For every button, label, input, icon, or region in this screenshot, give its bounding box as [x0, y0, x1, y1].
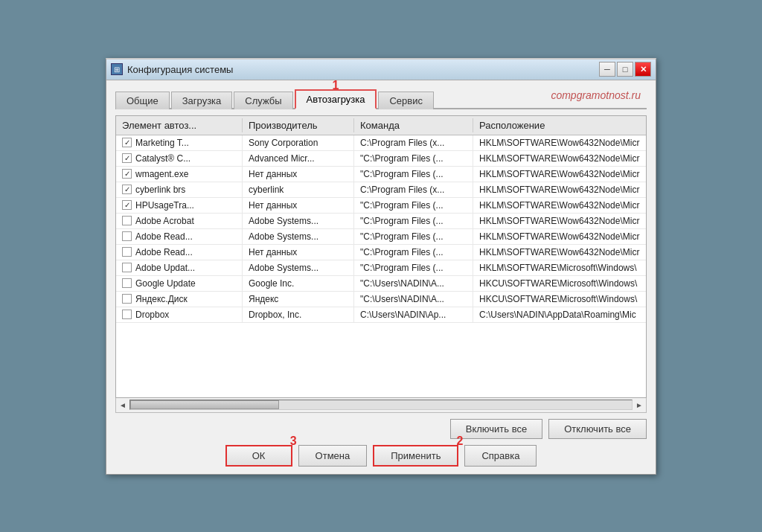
- tab-general[interactable]: Общие: [115, 92, 170, 109]
- col-header-command: Команда: [354, 118, 473, 132]
- title-bar: ⊞ Конфигурация системы ─ □ ✕: [106, 60, 656, 80]
- cell-name-7: Adobe Read...: [116, 245, 243, 260]
- startup-checkbox-11[interactable]: [122, 310, 132, 319]
- startup-checkbox-5[interactable]: [122, 216, 132, 225]
- scroll-right-arrow[interactable]: ►: [635, 401, 643, 409]
- cell-location-4: HKLM\SOFTWARE\Wow6432Node\Micr: [473, 198, 646, 213]
- h-scroll-track[interactable]: [129, 400, 633, 410]
- list-item[interactable]: Adobe Read... Adobe Systems... "C:\Progr…: [116, 229, 646, 245]
- cell-location-3: HKLM\SOFTWARE\Wow6432Node\Micr: [473, 182, 646, 197]
- cell-location-2: HKLM\SOFTWARE\Wow6432Node\Micr: [473, 167, 646, 182]
- enable-all-button[interactable]: Включить все: [450, 419, 542, 439]
- cell-location-7: HKLM\SOFTWARE\Wow6432Node\Micr: [473, 245, 646, 260]
- cell-manufacturer-0: Sony Corporation: [243, 135, 354, 150]
- horizontal-scrollbar[interactable]: ◄ ►: [115, 398, 647, 413]
- h-scroll-thumb[interactable]: [130, 400, 279, 409]
- cell-name-2: ✓ wmagent.exe: [116, 167, 243, 182]
- list-item[interactable]: Adobe Updat... Adobe Systems... "C:\Prog…: [116, 260, 646, 276]
- cell-name-6: Adobe Read...: [116, 229, 243, 244]
- cell-name-4: ✓ HPUsageTra...: [116, 198, 243, 213]
- cell-location-6: HKLM\SOFTWARE\Wow6432Node\Micr: [473, 229, 646, 244]
- tab-tools[interactable]: Сервис: [378, 92, 434, 109]
- scroll-left-arrow[interactable]: ◄: [119, 401, 127, 409]
- cell-name-3: ✓ cyberlink brs: [116, 182, 243, 197]
- startup-checkbox-3[interactable]: ✓: [122, 185, 132, 194]
- apply-button[interactable]: Применить 2: [373, 445, 458, 467]
- cell-manufacturer-1: Advanced Micr...: [243, 151, 354, 166]
- list-header: Элемент автоз... Производитель Команда Р…: [116, 116, 646, 135]
- title-bar-left: ⊞ Конфигурация системы: [111, 63, 233, 75]
- minimize-button[interactable]: ─: [599, 62, 615, 77]
- list-item[interactable]: ✓ Marketing T... Sony Corporation C:\Pro…: [116, 135, 646, 151]
- cell-command-5: "C:\Program Files (...: [354, 214, 473, 228]
- cell-location-10: HKCU\SOFTWARE\Microsoft\Windows\: [473, 292, 646, 307]
- list-body: ✓ Marketing T... Sony Corporation C:\Pro…: [116, 135, 646, 397]
- cell-location-5: HKLM\SOFTWARE\Wow6432Node\Micr: [473, 214, 646, 228]
- cell-command-6: "C:\Program Files (...: [354, 229, 473, 244]
- disable-all-button[interactable]: Отключить все: [548, 419, 647, 439]
- startup-checkbox-7[interactable]: [122, 247, 132, 257]
- annotation-1: 1: [333, 79, 339, 92]
- cell-manufacturer-7: Нет данных: [243, 245, 354, 260]
- cell-command-7: "C:\Program Files (...: [354, 245, 473, 260]
- col-header-location: Расположение: [473, 118, 646, 132]
- annotation-3: 3: [290, 435, 297, 448]
- list-item[interactable]: Яндекс.Диск Яндекс "C:\Users\NADIN\A... …: [116, 292, 646, 307]
- startup-checkbox-4[interactable]: ✓: [122, 200, 132, 210]
- system-config-window: ⊞ Конфигурация системы ─ □ ✕ Общие Загру…: [106, 58, 656, 475]
- cell-name-10: Яндекс.Диск: [116, 292, 243, 307]
- cell-command-11: C:\Users\NADIN\Ap...: [354, 307, 473, 322]
- startup-checkbox-8[interactable]: [122, 263, 132, 272]
- tabs-row: Общие Загрузка Службы Автозагрузка 1 Сер…: [115, 88, 647, 109]
- cell-name-5: Adobe Acrobat: [116, 214, 243, 228]
- startup-checkbox-0[interactable]: ✓: [122, 138, 132, 147]
- startup-checkbox-2[interactable]: ✓: [122, 169, 132, 179]
- cell-command-1: "C:\Program Files (...: [354, 151, 473, 166]
- action-buttons-row: Включить все Отключить все: [115, 419, 647, 439]
- cell-name-0: ✓ Marketing T...: [116, 135, 243, 150]
- cell-command-8: "C:\Program Files (...: [354, 260, 473, 275]
- list-item[interactable]: ✓ wmagent.exe Нет данных "C:\Program Fil…: [116, 167, 646, 182]
- cell-manufacturer-9: Google Inc.: [243, 276, 354, 291]
- window-icon: ⊞: [111, 63, 123, 75]
- list-item[interactable]: Adobe Read... Нет данных "C:\Program Fil…: [116, 245, 646, 260]
- window-title: Конфигурация системы: [127, 64, 233, 75]
- list-item[interactable]: ✓ cyberlink brs cyberlink C:\Program Fil…: [116, 182, 646, 198]
- cell-location-0: HKLM\SOFTWARE\Wow6432Node\Micr: [473, 135, 646, 150]
- startup-checkbox-1[interactable]: ✓: [122, 153, 132, 163]
- tab-startup[interactable]: Автозагрузка 1: [295, 89, 377, 109]
- title-controls: ─ □ ✕: [599, 62, 651, 77]
- close-button[interactable]: ✕: [635, 62, 651, 77]
- list-item[interactable]: Adobe Acrobat Adobe Systems... "C:\Progr…: [116, 214, 646, 229]
- list-item[interactable]: ✓ HPUsageTra... Нет данных "C:\Program F…: [116, 198, 646, 214]
- list-item[interactable]: Google Update Google Inc. "C:\Users\NADI…: [116, 276, 646, 292]
- cell-location-8: HKLM\SOFTWARE\Microsoft\Windows\: [473, 260, 646, 275]
- annotation-2: 2: [457, 435, 464, 448]
- help-button[interactable]: Справка: [464, 445, 537, 467]
- startup-checkbox-6[interactable]: [122, 231, 132, 241]
- window-body: Общие Загрузка Службы Автозагрузка 1 Сер…: [106, 80, 656, 474]
- watermark-text: compgramotnost.ru: [551, 89, 641, 101]
- cell-location-11: C:\Users\NADIN\AppData\Roaming\Mic: [473, 307, 646, 322]
- maximize-button[interactable]: □: [617, 62, 633, 77]
- list-item[interactable]: ✓ Catalyst® C... Advanced Micr... "C:\Pr…: [116, 151, 646, 167]
- startup-checkbox-9[interactable]: [122, 278, 132, 288]
- cell-manufacturer-10: Яндекс: [243, 292, 354, 307]
- cell-manufacturer-11: Dropbox, Inc.: [243, 307, 354, 322]
- cell-manufacturer-8: Adobe Systems...: [243, 260, 354, 275]
- cell-command-4: "C:\Program Files (...: [354, 198, 473, 213]
- startup-checkbox-10[interactable]: [122, 294, 132, 304]
- cancel-button[interactable]: Отмена: [298, 445, 368, 467]
- cell-command-3: C:\Program Files (x...: [354, 182, 473, 197]
- tab-services[interactable]: Службы: [234, 92, 292, 109]
- tab-boot[interactable]: Загрузка: [171, 92, 233, 109]
- startup-list: Элемент автоз... Производитель Команда Р…: [115, 115, 647, 398]
- cell-command-9: "C:\Users\NADIN\A...: [354, 276, 473, 291]
- cell-name-9: Google Update: [116, 276, 243, 291]
- cell-location-1: HKLM\SOFTWARE\Wow6432Node\Micr: [473, 151, 646, 166]
- list-item[interactable]: Dropbox Dropbox, Inc. C:\Users\NADIN\Ap.…: [116, 307, 646, 323]
- col-header-name: Элемент автоз...: [116, 118, 243, 132]
- ok-button[interactable]: ОК 3: [225, 445, 292, 467]
- cell-command-0: C:\Program Files (x...: [354, 135, 473, 150]
- cell-manufacturer-4: Нет данных: [243, 198, 354, 213]
